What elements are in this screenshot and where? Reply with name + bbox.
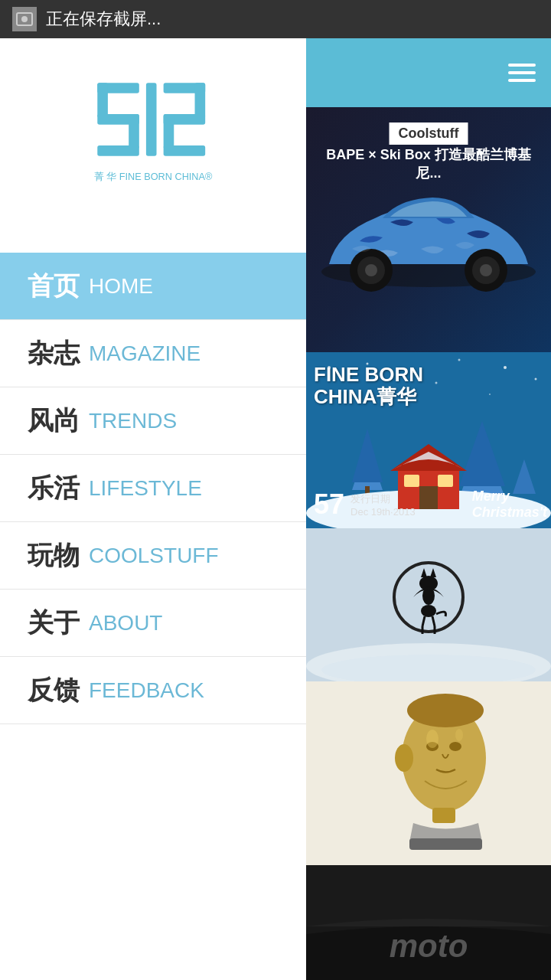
card1-badge: Coolstuff bbox=[390, 122, 468, 145]
svg-point-29 bbox=[435, 382, 438, 384]
sidebar-item-english-magazine: MAGAZINE bbox=[89, 341, 201, 366]
svg-rect-63 bbox=[432, 808, 455, 823]
svg-rect-43 bbox=[438, 475, 453, 487]
sidebar-item-english-feedback: FEEDBACK bbox=[89, 678, 204, 703]
svg-point-20 bbox=[480, 264, 492, 276]
sidebar-item-english-trends: TRENDS bbox=[89, 409, 177, 433]
svg-point-26 bbox=[504, 366, 507, 369]
gold-head-illustration bbox=[306, 681, 551, 865]
sidebar-item-chinese-home: 首页 bbox=[28, 269, 80, 304]
ring-illustration bbox=[306, 528, 551, 681]
card-magazine-cover[interactable]: FINE BORN CHINA菁华 57 发行日期 Dec 19th·2013 … bbox=[306, 352, 551, 528]
sidebar-item-chinese-coolstuff: 玩物 bbox=[28, 538, 80, 573]
svg-point-66 bbox=[455, 729, 463, 741]
svg-rect-10 bbox=[164, 114, 174, 149]
sidebar-item-trends[interactable]: 风尚 TRENDS bbox=[0, 387, 306, 455]
svg-point-17 bbox=[365, 264, 377, 276]
sidebar-item-coolstuff[interactable]: 玩物 COOLSTUFF bbox=[0, 522, 306, 590]
svg-rect-64 bbox=[409, 838, 482, 850]
card-coolstuff-car[interactable]: Coolstuff BAPE × Ski Box 打造最酷兰博基尼... bbox=[306, 107, 551, 352]
svg-rect-41 bbox=[419, 486, 438, 509]
sidebar-item-lifestyle[interactable]: 乐活 LIFESTYLE bbox=[0, 455, 306, 522]
svg-point-30 bbox=[489, 394, 491, 395]
card-gold-head[interactable] bbox=[306, 681, 551, 865]
svg-rect-8 bbox=[195, 83, 206, 117]
sidebar-item-magazine[interactable]: 杂志 MAGAZINE bbox=[0, 320, 306, 387]
svg-point-27 bbox=[535, 378, 537, 381]
card2-logo-text: FINE BORN CHINA菁华 bbox=[314, 364, 423, 407]
svg-point-52 bbox=[421, 605, 436, 617]
sidebar-item-chinese-lifestyle: 乐活 bbox=[28, 471, 80, 506]
app-logo: 菁 华 FINE BORN CHINA® bbox=[77, 69, 230, 222]
svg-rect-42 bbox=[404, 475, 419, 487]
svg-rect-12 bbox=[146, 83, 157, 155]
card-cat-ring[interactable] bbox=[306, 528, 551, 681]
status-bar-text: 正在保存截屏... bbox=[46, 8, 161, 31]
content-scroll[interactable]: Coolstuff BAPE × Ski Box 打造最酷兰博基尼... bbox=[306, 107, 551, 980]
card1-title: BAPE × Ski Box 打造最酷兰博基尼... bbox=[314, 145, 543, 182]
card2-issue-info: 57 发行日期 Dec 19th·2013 bbox=[314, 488, 416, 521]
sidebar-item-english-home: HOME bbox=[89, 274, 153, 299]
sidebar-item-feedback[interactable]: 反馈 FEEDBACK bbox=[0, 657, 306, 724]
sidebar-item-english-about: ABOUT bbox=[89, 611, 162, 635]
hamburger-line-1 bbox=[508, 64, 536, 67]
content-area: Coolstuff BAPE × Ski Box 打造最酷兰博基尼... bbox=[306, 38, 551, 980]
svg-rect-6 bbox=[97, 145, 139, 156]
svg-rect-11 bbox=[164, 145, 206, 156]
svg-point-65 bbox=[426, 730, 439, 748]
sidebar-item-english-lifestyle: LIFESTYLE bbox=[89, 476, 202, 501]
sidebar-item-english-coolstuff: COOLSTUFF bbox=[89, 544, 219, 568]
svg-point-60 bbox=[449, 742, 461, 751]
card-moto[interactable]: moto bbox=[306, 865, 551, 980]
svg-rect-5 bbox=[129, 114, 139, 149]
svg-point-25 bbox=[458, 359, 461, 361]
car-illustration bbox=[314, 172, 543, 310]
sidebar: 菁 华 FINE BORN CHINA® 首页 HOME杂志 MAGAZINE风… bbox=[0, 38, 306, 980]
logo-area: 菁 华 FINE BORN CHINA® bbox=[0, 38, 306, 253]
svg-point-1 bbox=[21, 16, 28, 22]
sidebar-item-home[interactable]: 首页 HOME bbox=[0, 253, 306, 320]
sidebar-item-chinese-about: 关于 bbox=[28, 606, 80, 641]
hamburger-line-3 bbox=[508, 79, 536, 82]
svg-text:菁 华  FINE BORN CHINA®: 菁 华 FINE BORN CHINA® bbox=[94, 171, 213, 182]
svg-point-62 bbox=[407, 694, 484, 727]
card2-holiday-text: Merry Christmas't bbox=[472, 488, 547, 521]
screenshot-icon bbox=[12, 7, 37, 31]
svg-text:moto: moto bbox=[390, 928, 468, 964]
hamburger-button[interactable] bbox=[508, 64, 536, 82]
sidebar-item-chinese-feedback: 反馈 bbox=[28, 673, 80, 708]
card2-issue-detail: 发行日期 Dec 19th·2013 bbox=[350, 492, 416, 518]
content-header bbox=[306, 38, 551, 107]
svg-rect-3 bbox=[97, 83, 108, 117]
sidebar-item-chinese-trends: 风尚 bbox=[28, 403, 80, 439]
svg-point-61 bbox=[395, 744, 413, 772]
hamburger-line-2 bbox=[508, 71, 536, 74]
status-bar: 正在保存截屏... bbox=[0, 0, 551, 38]
moto-illustration: moto bbox=[306, 865, 551, 980]
nav-list: 首页 HOME杂志 MAGAZINE风尚 TRENDS乐活 LIFESTYLE玩… bbox=[0, 253, 306, 724]
sidebar-item-chinese-magazine: 杂志 bbox=[28, 336, 80, 371]
card2-issue-number: 57 bbox=[314, 488, 344, 521]
sidebar-item-about[interactable]: 关于 ABOUT bbox=[0, 590, 306, 657]
